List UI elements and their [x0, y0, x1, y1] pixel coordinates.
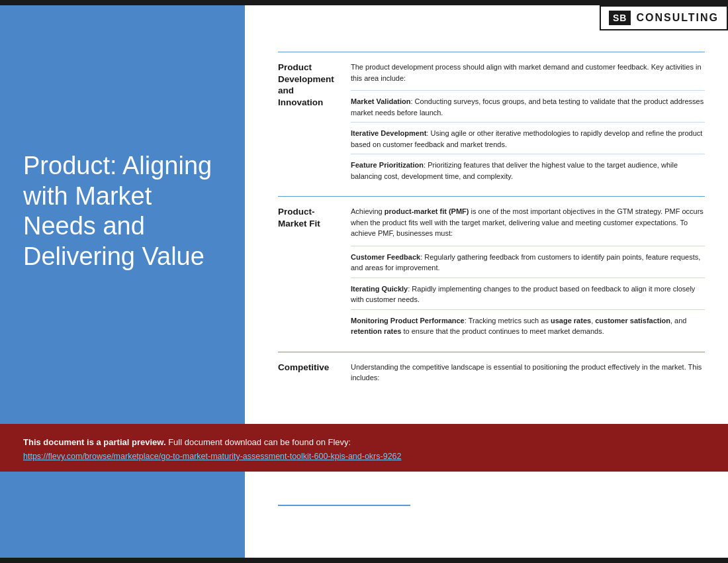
sub-item-iterating-quickly: Iterating Quickly: Rapidly implementing …: [351, 278, 705, 309]
preview-text: This document is a partial preview. Full…: [23, 436, 705, 450]
section-title-competitive: Competitive: [278, 362, 351, 390]
bottom-bar: [0, 558, 728, 563]
preview-bold: This document is a partial preview.: [23, 437, 166, 447]
content-sections: Product Development and Innovation The p…: [278, 52, 705, 390]
sub-item-customer-feedback: Customer Feedback: Regularly gathering f…: [351, 246, 705, 278]
section-intro-pmf: Achieving product-market fit (PMF) is on…: [351, 206, 705, 239]
page-title: Product: Aligning with Market Needs and …: [23, 151, 222, 272]
logo-consulting: CONSULTING: [636, 12, 719, 24]
sub-item-text: Monitoring Product Performance: Tracking…: [351, 315, 705, 337]
section-title-pmf: Product-Market Fit: [278, 206, 351, 341]
sub-item-text: Iterating Quickly: Rapidly implementing …: [351, 283, 705, 305]
section-title-product-dev: Product Development and Innovation: [278, 62, 351, 185]
page-wrapper: SB CONSULTING Product: Aligning with Mar…: [0, 0, 728, 563]
preview-bar: This document is a partial preview. Full…: [0, 424, 728, 472]
sub-item-monitoring: Monitoring Product Performance: Tracking…: [351, 309, 705, 341]
right-panel: Product Development and Innovation The p…: [245, 5, 728, 424]
section-intro-product-dev: The product development process should a…: [351, 62, 705, 83]
preview-regular: Full document download can be found on F…: [168, 437, 351, 447]
preview-link[interactable]: https://flevy.com/browse/marketplace/go-…: [23, 452, 402, 461]
bottom-left-panel: [0, 472, 245, 558]
bottom-right-panel: [245, 472, 728, 558]
section-content-pmf: Achieving product-market fit (PMF) is on…: [351, 206, 705, 341]
top-bar: [0, 0, 728, 5]
sub-item-feature-prioritization: Feature Prioritization: Prioritizing fea…: [351, 154, 705, 185]
sub-item-market-validation: Market Validation: Conducting surveys, f…: [351, 90, 705, 122]
main-area: SB CONSULTING Product: Aligning with Mar…: [0, 5, 728, 424]
logo-area: SB CONSULTING: [600, 5, 728, 30]
left-panel: Product: Aligning with Market Needs and …: [0, 5, 245, 424]
section-pmf: Product-Market Fit Achieving product-mar…: [278, 196, 705, 341]
section-intro-competitive: Understanding the competitive landscape …: [351, 362, 705, 384]
sub-item-text: Feature Prioritization: Prioritizing fea…: [351, 160, 705, 181]
section-competitive: Competitive Understanding the competitiv…: [278, 352, 705, 390]
section-product-dev: Product Development and Innovation The p…: [278, 52, 705, 185]
bottom-section: [0, 472, 728, 558]
sub-item-text: Iterative Development: Using agile or ot…: [351, 128, 705, 150]
sub-item-text: Market Validation: Conducting surveys, f…: [351, 96, 705, 118]
sub-item-iterative-dev: Iterative Development: Using agile or ot…: [351, 122, 705, 154]
logo-sb: SB: [609, 11, 631, 25]
section-content-product-dev: The product development process should a…: [351, 62, 705, 185]
section-content-competitive: Understanding the competitive landscape …: [351, 362, 705, 390]
bottom-divider-line: [278, 505, 410, 506]
sub-item-text: Customer Feedback: Regularly gathering f…: [351, 252, 705, 274]
